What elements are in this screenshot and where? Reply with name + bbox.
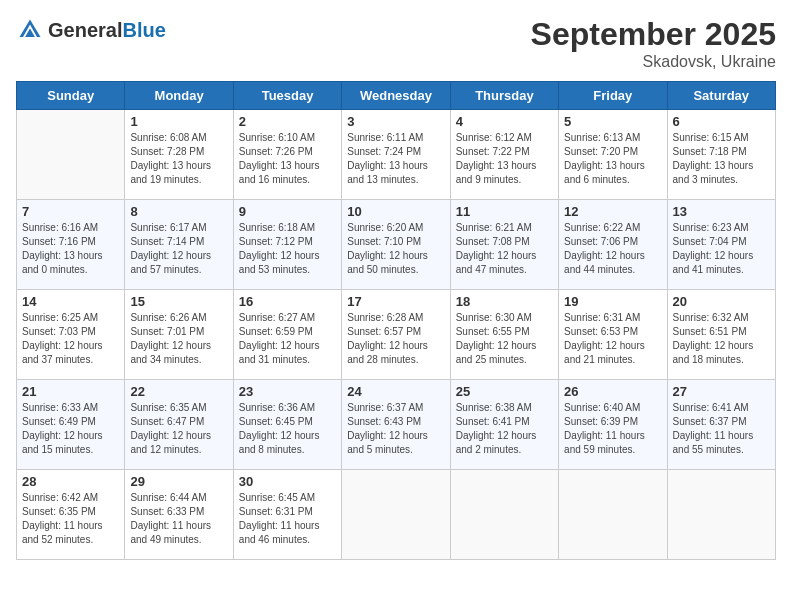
day-number: 4 bbox=[456, 114, 553, 129]
day-number: 6 bbox=[673, 114, 770, 129]
calendar-cell: 13Sunrise: 6:23 AM Sunset: 7:04 PM Dayli… bbox=[667, 200, 775, 290]
day-info: Sunrise: 6:36 AM Sunset: 6:45 PM Dayligh… bbox=[239, 401, 336, 457]
calendar-cell: 23Sunrise: 6:36 AM Sunset: 6:45 PM Dayli… bbox=[233, 380, 341, 470]
page-header: GeneralBlue September 2025 Skadovsk, Ukr… bbox=[16, 16, 776, 71]
day-number: 5 bbox=[564, 114, 661, 129]
day-info: Sunrise: 6:10 AM Sunset: 7:26 PM Dayligh… bbox=[239, 131, 336, 187]
day-info: Sunrise: 6:37 AM Sunset: 6:43 PM Dayligh… bbox=[347, 401, 444, 457]
calendar-cell: 16Sunrise: 6:27 AM Sunset: 6:59 PM Dayli… bbox=[233, 290, 341, 380]
day-number: 15 bbox=[130, 294, 227, 309]
calendar-week-row: 21Sunrise: 6:33 AM Sunset: 6:49 PM Dayli… bbox=[17, 380, 776, 470]
logo-text: GeneralBlue bbox=[48, 19, 166, 42]
logo-general: General bbox=[48, 19, 122, 41]
day-number: 1 bbox=[130, 114, 227, 129]
day-number: 24 bbox=[347, 384, 444, 399]
calendar-week-row: 7Sunrise: 6:16 AM Sunset: 7:16 PM Daylig… bbox=[17, 200, 776, 290]
calendar-cell: 22Sunrise: 6:35 AM Sunset: 6:47 PM Dayli… bbox=[125, 380, 233, 470]
day-number: 14 bbox=[22, 294, 119, 309]
calendar-cell bbox=[559, 470, 667, 560]
day-number: 8 bbox=[130, 204, 227, 219]
day-info: Sunrise: 6:38 AM Sunset: 6:41 PM Dayligh… bbox=[456, 401, 553, 457]
day-number: 26 bbox=[564, 384, 661, 399]
day-info: Sunrise: 6:08 AM Sunset: 7:28 PM Dayligh… bbox=[130, 131, 227, 187]
day-number: 29 bbox=[130, 474, 227, 489]
day-number: 20 bbox=[673, 294, 770, 309]
day-number: 12 bbox=[564, 204, 661, 219]
calendar-week-row: 1Sunrise: 6:08 AM Sunset: 7:28 PM Daylig… bbox=[17, 110, 776, 200]
day-info: Sunrise: 6:42 AM Sunset: 6:35 PM Dayligh… bbox=[22, 491, 119, 547]
day-info: Sunrise: 6:27 AM Sunset: 6:59 PM Dayligh… bbox=[239, 311, 336, 367]
calendar-cell bbox=[667, 470, 775, 560]
day-header-tuesday: Tuesday bbox=[233, 82, 341, 110]
day-header-wednesday: Wednesday bbox=[342, 82, 450, 110]
calendar-cell: 10Sunrise: 6:20 AM Sunset: 7:10 PM Dayli… bbox=[342, 200, 450, 290]
title-block: September 2025 Skadovsk, Ukraine bbox=[531, 16, 776, 71]
calendar-cell bbox=[450, 470, 558, 560]
calendar-cell: 20Sunrise: 6:32 AM Sunset: 6:51 PM Dayli… bbox=[667, 290, 775, 380]
day-info: Sunrise: 6:30 AM Sunset: 6:55 PM Dayligh… bbox=[456, 311, 553, 367]
day-info: Sunrise: 6:16 AM Sunset: 7:16 PM Dayligh… bbox=[22, 221, 119, 277]
calendar-cell: 25Sunrise: 6:38 AM Sunset: 6:41 PM Dayli… bbox=[450, 380, 558, 470]
day-number: 25 bbox=[456, 384, 553, 399]
day-header-saturday: Saturday bbox=[667, 82, 775, 110]
day-info: Sunrise: 6:21 AM Sunset: 7:08 PM Dayligh… bbox=[456, 221, 553, 277]
day-header-monday: Monday bbox=[125, 82, 233, 110]
day-number: 3 bbox=[347, 114, 444, 129]
calendar-cell: 3Sunrise: 6:11 AM Sunset: 7:24 PM Daylig… bbox=[342, 110, 450, 200]
day-info: Sunrise: 6:32 AM Sunset: 6:51 PM Dayligh… bbox=[673, 311, 770, 367]
calendar-cell: 11Sunrise: 6:21 AM Sunset: 7:08 PM Dayli… bbox=[450, 200, 558, 290]
calendar-cell: 27Sunrise: 6:41 AM Sunset: 6:37 PM Dayli… bbox=[667, 380, 775, 470]
day-number: 19 bbox=[564, 294, 661, 309]
location-title: Skadovsk, Ukraine bbox=[531, 53, 776, 71]
calendar-cell: 26Sunrise: 6:40 AM Sunset: 6:39 PM Dayli… bbox=[559, 380, 667, 470]
calendar-header-row: SundayMondayTuesdayWednesdayThursdayFrid… bbox=[17, 82, 776, 110]
day-info: Sunrise: 6:31 AM Sunset: 6:53 PM Dayligh… bbox=[564, 311, 661, 367]
calendar-cell: 5Sunrise: 6:13 AM Sunset: 7:20 PM Daylig… bbox=[559, 110, 667, 200]
calendar-cell: 18Sunrise: 6:30 AM Sunset: 6:55 PM Dayli… bbox=[450, 290, 558, 380]
day-info: Sunrise: 6:13 AM Sunset: 7:20 PM Dayligh… bbox=[564, 131, 661, 187]
day-info: Sunrise: 6:25 AM Sunset: 7:03 PM Dayligh… bbox=[22, 311, 119, 367]
calendar-cell: 24Sunrise: 6:37 AM Sunset: 6:43 PM Dayli… bbox=[342, 380, 450, 470]
day-number: 28 bbox=[22, 474, 119, 489]
calendar-week-row: 28Sunrise: 6:42 AM Sunset: 6:35 PM Dayli… bbox=[17, 470, 776, 560]
day-info: Sunrise: 6:12 AM Sunset: 7:22 PM Dayligh… bbox=[456, 131, 553, 187]
day-info: Sunrise: 6:23 AM Sunset: 7:04 PM Dayligh… bbox=[673, 221, 770, 277]
calendar-cell: 2Sunrise: 6:10 AM Sunset: 7:26 PM Daylig… bbox=[233, 110, 341, 200]
calendar-table: SundayMondayTuesdayWednesdayThursdayFrid… bbox=[16, 81, 776, 560]
calendar-cell: 8Sunrise: 6:17 AM Sunset: 7:14 PM Daylig… bbox=[125, 200, 233, 290]
day-number: 7 bbox=[22, 204, 119, 219]
calendar-cell: 9Sunrise: 6:18 AM Sunset: 7:12 PM Daylig… bbox=[233, 200, 341, 290]
day-info: Sunrise: 6:41 AM Sunset: 6:37 PM Dayligh… bbox=[673, 401, 770, 457]
calendar-cell: 30Sunrise: 6:45 AM Sunset: 6:31 PM Dayli… bbox=[233, 470, 341, 560]
calendar-cell bbox=[342, 470, 450, 560]
day-header-thursday: Thursday bbox=[450, 82, 558, 110]
calendar-cell: 4Sunrise: 6:12 AM Sunset: 7:22 PM Daylig… bbox=[450, 110, 558, 200]
day-number: 2 bbox=[239, 114, 336, 129]
day-number: 9 bbox=[239, 204, 336, 219]
day-header-friday: Friday bbox=[559, 82, 667, 110]
calendar-cell: 6Sunrise: 6:15 AM Sunset: 7:18 PM Daylig… bbox=[667, 110, 775, 200]
calendar-cell: 21Sunrise: 6:33 AM Sunset: 6:49 PM Dayli… bbox=[17, 380, 125, 470]
day-header-sunday: Sunday bbox=[17, 82, 125, 110]
day-number: 13 bbox=[673, 204, 770, 219]
calendar-cell: 19Sunrise: 6:31 AM Sunset: 6:53 PM Dayli… bbox=[559, 290, 667, 380]
calendar-cell: 7Sunrise: 6:16 AM Sunset: 7:16 PM Daylig… bbox=[17, 200, 125, 290]
day-info: Sunrise: 6:35 AM Sunset: 6:47 PM Dayligh… bbox=[130, 401, 227, 457]
calendar-cell: 28Sunrise: 6:42 AM Sunset: 6:35 PM Dayli… bbox=[17, 470, 125, 560]
day-info: Sunrise: 6:18 AM Sunset: 7:12 PM Dayligh… bbox=[239, 221, 336, 277]
day-info: Sunrise: 6:40 AM Sunset: 6:39 PM Dayligh… bbox=[564, 401, 661, 457]
day-info: Sunrise: 6:22 AM Sunset: 7:06 PM Dayligh… bbox=[564, 221, 661, 277]
day-number: 11 bbox=[456, 204, 553, 219]
calendar-week-row: 14Sunrise: 6:25 AM Sunset: 7:03 PM Dayli… bbox=[17, 290, 776, 380]
calendar-cell: 17Sunrise: 6:28 AM Sunset: 6:57 PM Dayli… bbox=[342, 290, 450, 380]
day-number: 23 bbox=[239, 384, 336, 399]
month-title: September 2025 bbox=[531, 16, 776, 53]
logo: GeneralBlue bbox=[16, 16, 166, 44]
calendar-cell: 14Sunrise: 6:25 AM Sunset: 7:03 PM Dayli… bbox=[17, 290, 125, 380]
day-number: 27 bbox=[673, 384, 770, 399]
day-number: 16 bbox=[239, 294, 336, 309]
day-number: 22 bbox=[130, 384, 227, 399]
day-info: Sunrise: 6:45 AM Sunset: 6:31 PM Dayligh… bbox=[239, 491, 336, 547]
day-number: 30 bbox=[239, 474, 336, 489]
day-info: Sunrise: 6:20 AM Sunset: 7:10 PM Dayligh… bbox=[347, 221, 444, 277]
